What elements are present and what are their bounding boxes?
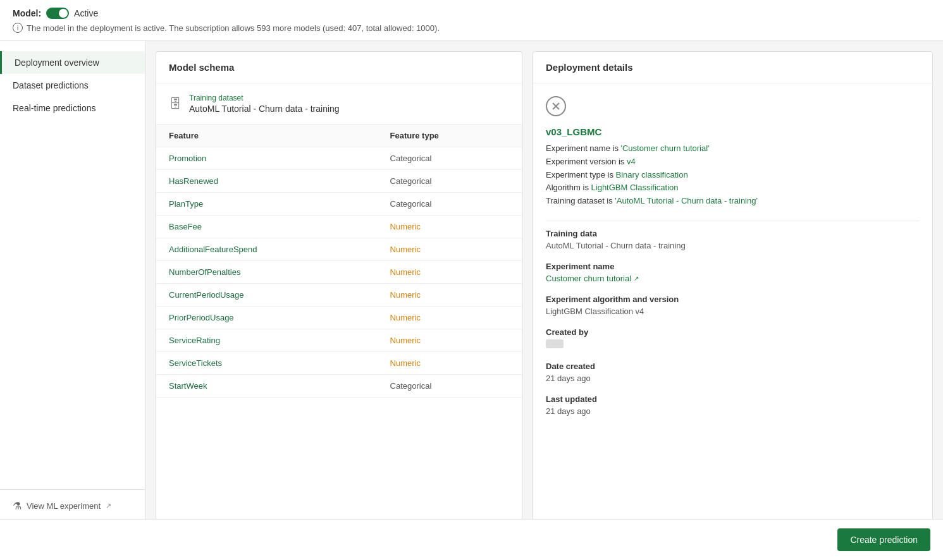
last-updated-label: Last updated: [546, 394, 920, 404]
last-updated-section: Last updated 21 days ago: [546, 394, 920, 416]
view-ml-label: View ML experiment: [27, 501, 101, 511]
training-dataset-label: Training dataset: [189, 94, 340, 102]
feature-name: ServiceTickets: [156, 352, 378, 375]
experiment-info: Experiment name is 'Customer churn tutor…: [546, 142, 920, 208]
table-row: HasRenewedCategorical: [156, 170, 522, 193]
model-toggle[interactable]: [46, 8, 69, 19]
external-link-icon: ↗: [106, 502, 111, 510]
feature-name: NumberOfPenalties: [156, 261, 378, 284]
algorithm-label: Experiment algorithm and version: [546, 295, 920, 304]
training-dataset-info: Training dataset AutoML Tutorial - Churn…: [189, 94, 340, 114]
divider-1: [546, 221, 920, 221]
feature-type: Categorical: [378, 193, 522, 216]
feature-name: ServiceRating: [156, 329, 378, 352]
training-data-section: Training data AutoML Tutorial - Churn da…: [546, 229, 920, 250]
table-row: PlanTypeCategorical: [156, 193, 522, 216]
table-row: ServiceTicketsNumeric: [156, 352, 522, 375]
training-dataset-name: AutoML Tutorial - Churn data - training: [189, 104, 340, 114]
table-row: BaseFeeNumeric: [156, 216, 522, 238]
table-row: NumberOfPenaltiesNumeric: [156, 261, 522, 284]
created-by-section: Created by: [546, 327, 920, 350]
experiment-info-line: Experiment version is v4: [546, 155, 920, 169]
details-panel-title: Deployment details: [533, 52, 932, 83]
active-status: Active: [74, 8, 98, 18]
create-prediction-button[interactable]: Create prediction: [837, 528, 930, 551]
sidebar-item-real-time-predictions[interactable]: Real-time predictions: [0, 97, 145, 119]
algorithm-section: Experiment algorithm and version LightGB…: [546, 295, 920, 316]
model-version: v03_LGBMC: [546, 126, 920, 137]
table-row: PriorPeriodUsageNumeric: [156, 307, 522, 329]
feature-name: StartWeek: [156, 375, 378, 398]
sidebar: Deployment overview Dataset predictions …: [0, 41, 145, 557]
feature-type: Categorical: [378, 147, 522, 170]
date-created-value: 21 days ago: [546, 374, 920, 383]
feature-name: BaseFee: [156, 216, 378, 238]
experiment-name-label: Experiment name: [546, 262, 920, 271]
feature-type: Numeric: [378, 216, 522, 238]
training-data-value: AutoML Tutorial - Churn data - training: [546, 241, 920, 250]
schema-panel-title: Model schema: [156, 52, 522, 83]
feature-name: PriorPeriodUsage: [156, 307, 378, 329]
details-content: v03_LGBMC Experiment name is 'Customer c…: [533, 83, 932, 440]
feature-table: Feature Feature type PromotionCategorica…: [156, 125, 522, 398]
flask-icon: ⚗: [13, 500, 22, 512]
date-created-section: Date created 21 days ago: [546, 362, 920, 383]
created-by-label: Created by: [546, 327, 920, 337]
training-dataset-section: 🗄 Training dataset AutoML Tutorial - Chu…: [156, 83, 522, 125]
experiment-info-line: Training dataset is 'AutoML Tutorial - C…: [546, 195, 920, 208]
experiment-external-icon: ↗: [634, 275, 639, 282]
table-row: PromotionCategorical: [156, 147, 522, 170]
feature-name: AdditionalFeatureSpend: [156, 238, 378, 261]
created-by-avatar: [546, 339, 564, 348]
feature-name: Promotion: [156, 147, 378, 170]
feature-name: CurrentPeriodUsage: [156, 284, 378, 307]
footer: Create prediction: [0, 519, 943, 560]
model-status-bar: Model: Active: [13, 8, 930, 19]
feature-type: Numeric: [378, 238, 522, 261]
table-row: CurrentPeriodUsageNumeric: [156, 284, 522, 307]
experiment-name-section: Experiment name Customer churn tutorial …: [546, 262, 920, 283]
experiment-name-link[interactable]: Customer churn tutorial ↗: [546, 274, 920, 283]
info-message: The model in the deployment is active. T…: [27, 23, 440, 33]
schema-panel: Model schema 🗄 Training dataset AutoML T…: [156, 51, 522, 547]
feature-name: PlanType: [156, 193, 378, 216]
feature-type: Numeric: [378, 352, 522, 375]
feature-type: Numeric: [378, 329, 522, 352]
details-panel: Deployment details v03_LGBMC Experiment …: [533, 51, 933, 547]
col-feature-type: Feature type: [378, 125, 522, 147]
feature-type: Numeric: [378, 284, 522, 307]
feature-type: Numeric: [378, 307, 522, 329]
col-feature: Feature: [156, 125, 378, 147]
sidebar-bottom: ⚗ View ML experiment ↗: [0, 489, 145, 522]
feature-type: Categorical: [378, 170, 522, 193]
database-icon: 🗄: [169, 97, 182, 111]
table-row: ServiceRatingNumeric: [156, 329, 522, 352]
date-created-label: Date created: [546, 362, 920, 371]
main-layout: Deployment overview Dataset predictions …: [0, 41, 943, 557]
experiment-info-line: Algorithm is LightGBM Classification: [546, 181, 920, 195]
training-data-label: Training data: [546, 229, 920, 238]
view-ml-experiment-link[interactable]: ⚗ View ML experiment ↗: [13, 500, 133, 512]
feature-type: Numeric: [378, 261, 522, 284]
sidebar-item-dataset-predictions[interactable]: Dataset predictions: [0, 74, 145, 97]
last-updated-value: 21 days ago: [546, 406, 920, 416]
experiment-name-value: Customer churn tutorial: [546, 274, 631, 283]
content-area: Model schema 🗄 Training dataset AutoML T…: [145, 41, 943, 557]
algorithm-value: LightGBM Classification v4: [546, 307, 920, 316]
model-icon: [546, 96, 566, 116]
feature-type: Categorical: [378, 375, 522, 398]
feature-name: HasRenewed: [156, 170, 378, 193]
table-row: AdditionalFeatureSpendNumeric: [156, 238, 522, 261]
model-label: Model:: [13, 8, 41, 18]
experiment-info-line: Experiment name is 'Customer churn tutor…: [546, 142, 920, 155]
table-row: StartWeekCategorical: [156, 375, 522, 398]
sidebar-item-deployment-overview[interactable]: Deployment overview: [0, 51, 145, 74]
experiment-info-line: Experiment type is Binary classification: [546, 169, 920, 182]
info-bar: i The model in the deployment is active.…: [13, 23, 930, 33]
info-icon: i: [13, 23, 23, 33]
